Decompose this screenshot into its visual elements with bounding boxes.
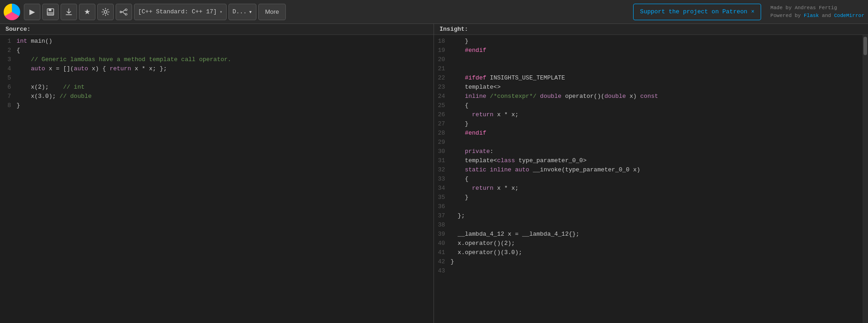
line-content: auto x = [](auto x) { return x * x; }; <box>17 64 434 74</box>
table-row: 35 } <box>434 193 862 202</box>
line-number: 35 <box>434 193 451 202</box>
line-content: { <box>451 175 862 184</box>
line-number: 39 <box>434 230 451 239</box>
line-number: 29 <box>434 138 451 147</box>
line-content: x(2); // int <box>17 83 434 92</box>
table-row: 33 { <box>434 175 862 184</box>
line-content: x(3.0); // double <box>17 92 434 101</box>
line-number: 4 <box>0 64 17 74</box>
line-number: 30 <box>434 147 451 156</box>
table-row: 26 return x * x; <box>434 110 862 119</box>
line-number: 25 <box>434 101 451 110</box>
download-button[interactable] <box>61 4 77 20</box>
svg-rect-2 <box>48 12 53 15</box>
std-select-label: [C++ Standard: C++ 17] <box>138 8 217 15</box>
line-number: 21 <box>434 64 451 74</box>
table-row: 25 { <box>434 101 862 110</box>
source-panel: Source: 1int main()2{3 // Generic lambda… <box>0 24 434 323</box>
support-text: Support the project on Patreon <box>640 8 747 15</box>
line-number: 22 <box>434 74 451 83</box>
line-content: } <box>451 37 862 46</box>
line-number: 37 <box>434 211 451 221</box>
line-number: 24 <box>434 92 451 101</box>
made-by-line2: Powered by Flask and CodeMirror <box>770 12 864 20</box>
insight-panel: Insight: 18 }19 #endif202122 #ifdef INSI… <box>434 24 868 323</box>
line-number: 27 <box>434 119 451 129</box>
line-number: 38 <box>434 221 451 230</box>
table-row: 43 <box>434 266 862 276</box>
table-row: 31 template<class type_parameter_0_0> <box>434 156 862 165</box>
d-dropdown[interactable]: D... ▾ <box>228 4 256 20</box>
table-row: 30 private: <box>434 147 862 156</box>
std-chevron-icon: ▾ <box>220 9 223 15</box>
line-number: 43 <box>434 266 451 276</box>
line-content: } <box>451 257 862 266</box>
line-content: template<> <box>451 83 862 92</box>
table-row: 20 <box>434 55 862 64</box>
line-number: 34 <box>434 184 451 193</box>
table-row: 37 }; <box>434 211 862 221</box>
line-number: 28 <box>434 129 451 138</box>
table-row: 3 // Generic lambdas have a method templ… <box>0 55 434 64</box>
line-content: #ifdef INSIGHTS_USE_TEMPLATE <box>451 74 862 83</box>
line-number: 40 <box>434 239 451 248</box>
settings-button[interactable] <box>97 4 114 20</box>
table-row: 5 <box>0 74 434 83</box>
line-number: 26 <box>434 110 451 119</box>
source-code-area[interactable]: 1int main()2{3 // Generic lambdas have a… <box>0 35 434 323</box>
svg-point-3 <box>104 11 107 13</box>
line-number: 3 <box>0 55 17 64</box>
insight-header: Insight: <box>434 24 868 35</box>
table-row: 21 <box>434 64 862 74</box>
main-area: Source: 1int main()2{3 // Generic lambda… <box>0 24 868 323</box>
line-content: __lambda_4_12 x = __lambda_4_12{}; <box>451 230 862 239</box>
line-number: 6 <box>0 83 17 92</box>
line-number: 41 <box>434 248 451 257</box>
line-content: x.operator()(3.0); <box>451 248 862 257</box>
line-number: 7 <box>0 92 17 101</box>
line-content: { <box>451 101 862 110</box>
line-content: inline /*constexpr*/ double operator()(d… <box>451 92 862 101</box>
table-row: 42} <box>434 257 862 266</box>
table-row: 1int main() <box>0 37 434 46</box>
line-number: 32 <box>434 165 451 175</box>
toolbar: ▶ ★ [C++ Standard: C++ 17] ▾ D... ▾ <box>0 0 868 24</box>
line-content: int main() <box>17 37 434 46</box>
share-button[interactable] <box>116 4 132 20</box>
line-number: 8 <box>0 101 17 110</box>
line-number: 18 <box>434 37 451 46</box>
scrollbar-track[interactable] <box>862 35 868 323</box>
line-number: 5 <box>0 74 17 83</box>
table-row: 6 x(2); // int <box>0 83 434 92</box>
table-row: 19 #endif <box>434 46 862 55</box>
close-icon[interactable]: × <box>751 9 754 15</box>
table-row: 18 } <box>434 37 862 46</box>
flask-link[interactable]: Flask <box>804 13 819 18</box>
scrollbar-thumb[interactable] <box>863 37 867 55</box>
line-number: 19 <box>434 46 451 55</box>
table-row: 40 x.operator()(2); <box>434 239 862 248</box>
star-button[interactable]: ★ <box>79 4 95 20</box>
table-row: 7 x(3.0); // double <box>0 92 434 101</box>
line-number: 36 <box>434 202 451 211</box>
line-number: 31 <box>434 156 451 165</box>
insight-code-area[interactable]: 18 }19 #endif202122 #ifdef INSIGHTS_USE_… <box>434 35 862 323</box>
run-button[interactable]: ▶ <box>24 4 40 20</box>
line-content: } <box>451 193 862 202</box>
made-by: Made by Andreas Fertig Powered by Flask … <box>770 4 864 19</box>
d-label: D... <box>233 8 247 15</box>
logo-button[interactable] <box>4 4 20 20</box>
d-chevron-icon: ▾ <box>249 8 252 16</box>
line-number: 33 <box>434 175 451 184</box>
table-row: 34 return x * x; <box>434 184 862 193</box>
support-banner[interactable]: Support the project on Patreon × <box>633 4 761 20</box>
line-content: }; <box>451 211 862 221</box>
more-button[interactable]: More <box>258 4 286 20</box>
std-select-dropdown[interactable]: [C++ Standard: C++ 17] ▾ <box>134 4 227 20</box>
line-content: #endif <box>451 46 862 55</box>
line-number: 42 <box>434 257 451 266</box>
line-number: 1 <box>0 37 17 46</box>
save-button[interactable] <box>42 4 59 20</box>
codemirror-link[interactable]: CodeMirror <box>834 13 864 18</box>
table-row: 24 inline /*constexpr*/ double operator(… <box>434 92 862 101</box>
